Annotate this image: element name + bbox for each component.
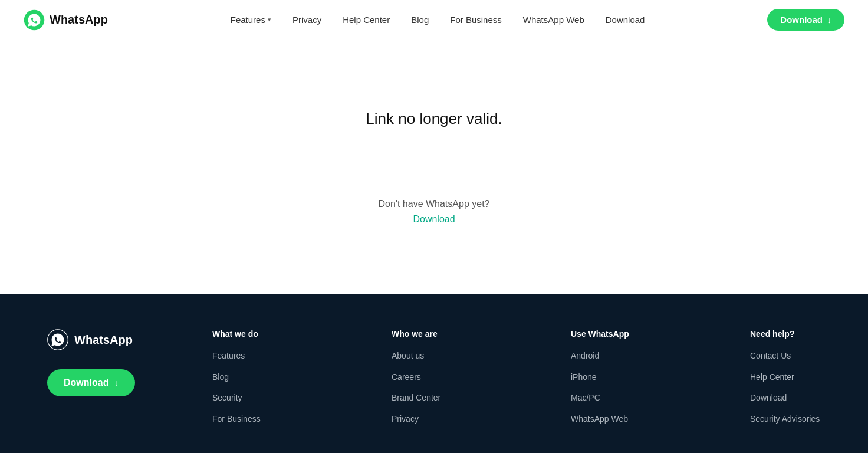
footer-download-icon: ↓ bbox=[114, 378, 119, 388]
footer-link-help-center[interactable]: Help Center bbox=[750, 372, 821, 383]
footer-columns: What we do Features Blog Security For Bu… bbox=[212, 329, 821, 425]
footer-col-title-what-we-do: What we do bbox=[212, 329, 283, 339]
nav-download[interactable]: Download bbox=[606, 15, 645, 25]
footer-link-features[interactable]: Features bbox=[212, 350, 283, 362]
footer-download-button[interactable]: Download ↓ bbox=[47, 369, 135, 396]
footer-col-need-help: Need help? Contact Us Help Center Downlo… bbox=[750, 329, 821, 425]
nav-whatsapp-web[interactable]: WhatsApp Web bbox=[523, 15, 584, 25]
footer-link-android[interactable]: Android bbox=[571, 350, 642, 362]
nav-privacy[interactable]: Privacy bbox=[292, 15, 321, 25]
header-download-button[interactable]: Download ↓ bbox=[767, 9, 844, 31]
footer-logo-text: WhatsApp bbox=[74, 333, 133, 347]
site-footer: WhatsApp Download ↓ What we do Features … bbox=[0, 294, 868, 453]
footer-link-about-us[interactable]: About us bbox=[392, 350, 462, 362]
footer-col-title-use-whatsapp: Use WhatsApp bbox=[571, 329, 642, 339]
footer-link-brand-center[interactable]: Brand Center bbox=[392, 392, 462, 404]
logo-link[interactable]: WhatsApp bbox=[24, 9, 108, 31]
chevron-down-icon: ▾ bbox=[268, 16, 271, 24]
footer-logo-area: WhatsApp bbox=[47, 329, 177, 350]
download-icon: ↓ bbox=[827, 15, 831, 25]
cta-download-link[interactable]: Download bbox=[413, 214, 455, 224]
whatsapp-logo-icon bbox=[24, 9, 45, 31]
main-content: Link no longer valid. Don't have WhatsAp… bbox=[0, 40, 868, 294]
cta-section: Don't have WhatsApp yet? Download bbox=[379, 199, 490, 225]
nav-for-business[interactable]: For Business bbox=[450, 15, 502, 25]
nav-features[interactable]: Features ▾ bbox=[231, 15, 271, 25]
footer-link-for-business[interactable]: For Business bbox=[212, 413, 283, 425]
footer-link-mac-pc[interactable]: Mac/PC bbox=[571, 392, 642, 404]
footer-link-security[interactable]: Security bbox=[212, 392, 283, 404]
site-header: WhatsApp Features ▾ Privacy Help Center … bbox=[0, 0, 868, 40]
footer-brand: WhatsApp Download ↓ bbox=[47, 329, 177, 396]
footer-col-what-we-do: What we do Features Blog Security For Bu… bbox=[212, 329, 283, 425]
cta-text: Don't have WhatsApp yet? bbox=[379, 199, 490, 209]
footer-link-careers[interactable]: Careers bbox=[392, 372, 462, 383]
footer-link-privacy[interactable]: Privacy bbox=[392, 413, 462, 425]
main-nav: Features ▾ Privacy Help Center Blog For … bbox=[231, 15, 645, 25]
footer-link-blog[interactable]: Blog bbox=[212, 372, 283, 383]
error-message: Link no longer valid. bbox=[366, 110, 502, 128]
footer-col-who-we-are: Who we are About us Careers Brand Center… bbox=[392, 329, 462, 425]
nav-help-center[interactable]: Help Center bbox=[343, 15, 390, 25]
logo-text: WhatsApp bbox=[50, 13, 108, 27]
nav-blog[interactable]: Blog bbox=[411, 15, 429, 25]
footer-whatsapp-logo-icon bbox=[47, 329, 68, 350]
footer-link-iphone[interactable]: iPhone bbox=[571, 372, 642, 383]
footer-link-whatsapp-web[interactable]: WhatsApp Web bbox=[571, 413, 642, 425]
footer-link-security-advisories[interactable]: Security Advisories bbox=[750, 413, 821, 425]
footer-link-download[interactable]: Download bbox=[750, 392, 821, 404]
footer-col-title-need-help: Need help? bbox=[750, 329, 821, 339]
footer-col-title-who-we-are: Who we are bbox=[392, 329, 462, 339]
footer-link-contact-us[interactable]: Contact Us bbox=[750, 350, 821, 362]
footer-col-use-whatsapp: Use WhatsApp Android iPhone Mac/PC Whats… bbox=[571, 329, 642, 425]
